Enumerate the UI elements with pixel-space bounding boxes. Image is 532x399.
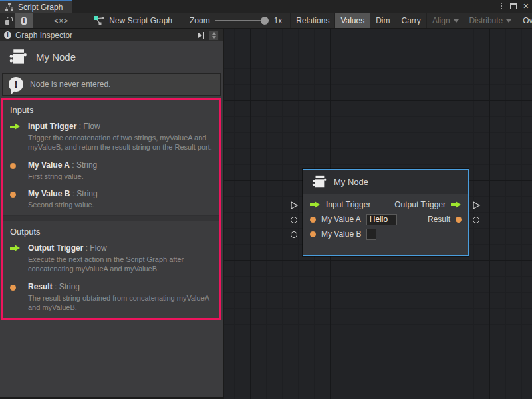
tab-strip: Script Graph × [0, 0, 532, 13]
zoom-label: Zoom [190, 16, 210, 25]
flow-port-icon [10, 123, 21, 130]
flow-output-port-icon[interactable] [451, 201, 462, 209]
port-doc-entry: Result : String The result string obtain… [3, 280, 219, 313]
flow-port-icon [10, 245, 21, 252]
chevron-down-icon [454, 19, 459, 23]
graph-canvas[interactable]: My Node Input Trigger Output Trigger My … [224, 29, 532, 399]
flow-input-port-icon[interactable] [310, 201, 321, 209]
result-port-icon[interactable] [456, 217, 462, 223]
ports-documentation: Inputs Input Trigger : Flow Trigger the … [1, 98, 221, 320]
inspected-node-header: My Node [0, 41, 223, 72]
value-a-port-icon[interactable] [310, 217, 316, 223]
port-doc-entry: Output Trigger : Flow Execute the next a… [3, 241, 219, 274]
result-outer-port[interactable] [473, 217, 479, 223]
port-type: : String [70, 189, 97, 198]
result-label: Result [428, 215, 450, 224]
maximize-icon[interactable] [510, 3, 517, 9]
port-type: : String [53, 282, 80, 291]
relations-button[interactable]: Relations [291, 13, 334, 28]
node-footer [303, 249, 468, 255]
graph-inspector-header: i Graph Inspector [0, 29, 223, 41]
unit-icon [8, 48, 28, 66]
value-a-label: My Value A [321, 215, 361, 224]
outputs-heading: Outputs [3, 221, 219, 241]
script-graph-icon [94, 16, 105, 25]
graph-hierarchy-icon [5, 3, 14, 11]
value-b-input[interactable] [366, 229, 376, 240]
lock-button[interactable] [0, 13, 15, 28]
unit-icon [311, 174, 327, 189]
outputs-section: Outputs Output Trigger : Flow Execute th… [3, 221, 219, 312]
value-a-input[interactable] [366, 214, 397, 225]
port-name: Output Trigger [28, 243, 83, 253]
flow-input-outer-port[interactable] [290, 201, 299, 210]
node-row: My Value A Result [303, 212, 468, 227]
value-b-outer-port[interactable] [291, 231, 297, 238]
value-a-outer-port[interactable] [291, 217, 297, 223]
graph-inspector-title: Graph Inspector [15, 31, 72, 40]
flow-output-outer-port[interactable] [472, 201, 481, 210]
distribute-dropdown[interactable]: Distribute [464, 13, 517, 28]
port-type: : String [70, 160, 97, 170]
value-port-icon [10, 192, 16, 198]
inputs-section: Inputs Input Trigger : Flow Trigger the … [3, 100, 219, 209]
window-menu-icon[interactable] [499, 2, 503, 10]
port-type: : Flow [83, 243, 106, 253]
port-name: My Value A [28, 160, 70, 170]
node-row: Input Trigger Output Trigger [303, 198, 468, 212]
port-doc-entry: Input Trigger : Flow Trigger the concate… [3, 120, 219, 152]
new-script-graph-button[interactable]: New Script Graph [88, 13, 178, 28]
chevron-down-icon [506, 19, 511, 23]
variables-toggle-button[interactable]: <×> [49, 13, 74, 28]
node-title: My Node [334, 177, 368, 187]
graph-inspector-panel: i Graph Inspector My Node ! Node is neve… [0, 29, 223, 397]
close-icon[interactable]: × [523, 2, 529, 10]
port-description: The result string obtained from concaten… [28, 293, 213, 313]
zoom-slider[interactable] [215, 16, 269, 25]
port-name: My Value B [28, 189, 70, 198]
overview-button[interactable]: Overview [517, 13, 532, 28]
tab-label: Script Graph [18, 3, 63, 12]
flow-input-label: Input Trigger [326, 200, 370, 209]
new-script-graph-label: New Script Graph [109, 16, 172, 25]
inputs-heading: Inputs [3, 100, 219, 120]
info-icon: i [21, 17, 27, 25]
my-node[interactable]: My Node Input Trigger Output Trigger My … [303, 169, 469, 256]
info-icon: i [4, 31, 11, 39]
node-row: My Value B [303, 227, 468, 241]
inspected-node-title: My Node [36, 51, 76, 63]
zoom-slider-handle[interactable] [261, 17, 269, 25]
align-dropdown[interactable]: Align [427, 13, 464, 28]
node-header[interactable]: My Node [303, 170, 468, 194]
port-doc-entry: My Value A : String First string value. [3, 158, 219, 181]
zoom-control: Zoom 1x [178, 13, 289, 28]
flow-output-label: Output Trigger [394, 200, 446, 209]
window-controls: × [499, 1, 529, 11]
tab-script-graph[interactable]: Script Graph [0, 0, 72, 13]
carry-button[interactable]: Carry [396, 13, 426, 28]
port-doc-entry: My Value B : String Second string value. [3, 187, 219, 209]
graph-toolbar: i <×> New Script Graph Zoom 1x Relat [0, 13, 532, 29]
port-description: Second string value. [28, 200, 213, 209]
spinner-arrows[interactable] [209, 30, 219, 41]
values-button[interactable]: Values [335, 13, 370, 28]
inspector-toggle-button[interactable]: i [15, 13, 33, 28]
port-description: Trigger the concatenation of two strings… [28, 133, 213, 152]
dim-button[interactable]: Dim [370, 13, 395, 28]
value-port-icon [10, 285, 16, 291]
code-icon: <×> [54, 17, 68, 25]
section-divider [3, 215, 219, 221]
value-b-label: My Value B [321, 229, 361, 239]
warning-text: Node is never entered. [30, 80, 110, 89]
port-type: : Flow [76, 122, 100, 131]
unity-visual-scripting-window: Script Graph × i <×> New Script Graph [0, 0, 532, 399]
lock-icon [5, 20, 9, 25]
warning-box: ! Node is never entered. [2, 73, 221, 96]
port-name: Input Trigger [28, 122, 76, 131]
port-description: Execute the next action in the Script Gr… [28, 255, 213, 274]
value-b-port-icon[interactable] [310, 231, 316, 237]
node-body: Input Trigger Output Trigger My Value A … [303, 194, 468, 241]
dock-panel-icon[interactable] [196, 31, 206, 39]
port-name: Result [28, 282, 53, 291]
zoom-value: 1x [274, 16, 283, 25]
